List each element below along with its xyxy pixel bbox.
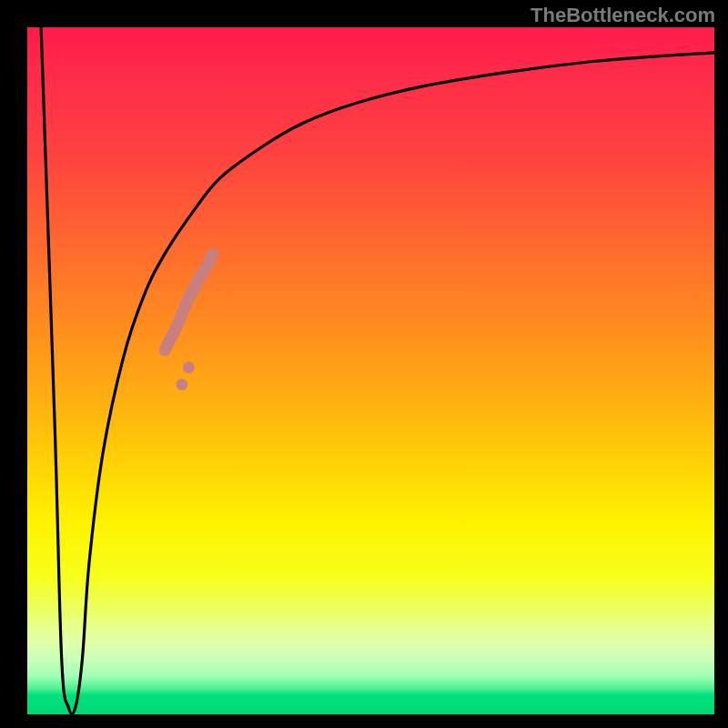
plot-area <box>27 27 714 714</box>
main-curve-path <box>41 27 714 714</box>
watermark-text: TheBottleneck.com <box>531 4 715 27</box>
chart-frame: TheBottleneck.com <box>0 0 728 728</box>
highlight-dots <box>176 361 195 390</box>
highlight-dot <box>183 361 195 373</box>
highlight-dot <box>176 379 187 390</box>
highlight-segment-path <box>165 254 213 350</box>
curve-svg <box>27 27 714 714</box>
